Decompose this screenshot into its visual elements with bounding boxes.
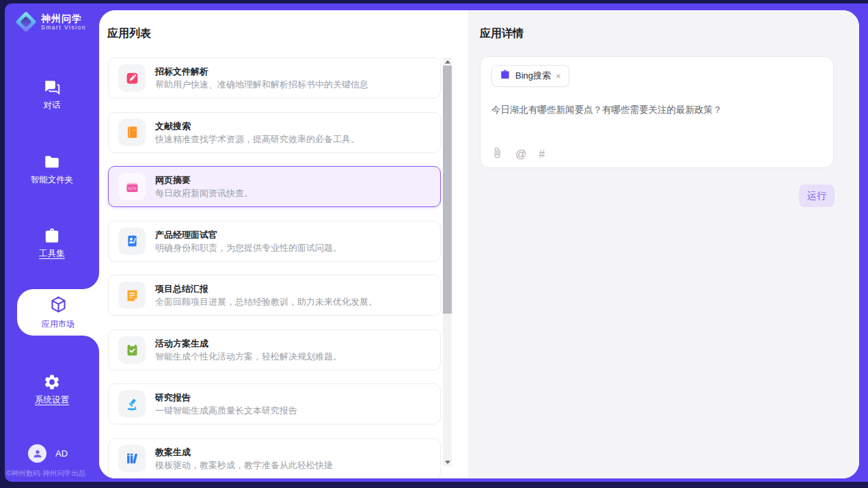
app-card-description: 每日政府新闻资讯快查。 [155, 188, 253, 198]
tool-tag-bing-search[interactable]: Bing搜索 × [491, 65, 569, 87]
app-list-scrollbar[interactable] [443, 57, 452, 466]
sidebar-item-app-market[interactable]: 应用市场 [17, 289, 99, 336]
app-list-pane: 应用列表 招标文件解析 帮助用户快速、准确地理解和解析招标书中的关键信息 [99, 10, 468, 478]
app-card-description: 全面回顾项目进展，总结经验教训，助力未来优化发展。 [155, 297, 377, 307]
app-card-title: 活动方案生成 [155, 338, 342, 349]
app-card-research-report[interactable]: 研究报告 一键智能生成高质量长文本研究报告 [108, 383, 441, 424]
brand-subtitle: Smart Vision [41, 24, 86, 31]
interviewer-icon [118, 228, 146, 255]
webpage-code-icon: </> [118, 173, 146, 200]
copyright-footer: ©神州数码·神州问学出品 [6, 469, 99, 478]
app-card-tender-analysis[interactable]: 招标文件解析 帮助用户快速、准确地理解和解析招标书中的关键信息 [108, 57, 441, 98]
sidebar-item-label: 智能文件夹 [31, 174, 74, 186]
query-card: Bing搜索 × 今日湖北有哪些新闻要点？有哪些需要关注的最新政策？ @ # [480, 56, 834, 168]
app-card-title: 研究报告 [155, 392, 297, 403]
at-icon[interactable]: @ [515, 148, 526, 161]
paperclip-icon[interactable] [491, 147, 503, 161]
sidebar: 神州问学 Smart Vision 对话 智能文件夹 [5, 3, 99, 482]
book-icon [118, 119, 146, 146]
sidebar-item-label: 对话 [44, 100, 61, 111]
app-detail-pane: 应用详情 Bing搜索 × 今日湖北有哪些新闻要点？有哪些需要关注的最新政策？ [468, 10, 859, 478]
app-card-webpage-summary[interactable]: </> 网页摘要 每日政府新闻资讯快查。 [108, 166, 441, 207]
user-initials: AD [55, 448, 68, 459]
sidebar-item-label: 应用市场 [42, 318, 74, 330]
run-button[interactable]: 运行 [799, 185, 835, 207]
app-detail-title: 应用详情 [480, 27, 524, 41]
sidebar-item-smart-folder[interactable]: 智能文件夹 [5, 153, 99, 186]
svg-text:</>: </> [128, 186, 136, 191]
tool-tag-label: Bing搜索 [515, 70, 551, 82]
hash-icon[interactable]: # [539, 148, 545, 161]
app-card-description: 一键智能生成高质量长文本研究报告 [155, 405, 297, 416]
app-card-title: 文献搜索 [155, 121, 360, 131]
app-card-title: 招标文件解析 [155, 66, 368, 77]
app-card-description: 智能生成个性化活动方案，轻松解决规划难题。 [155, 351, 342, 362]
app-card-title: 网页摘要 [155, 175, 253, 185]
memo-icon [118, 282, 146, 309]
briefcase-icon [500, 69, 511, 83]
app-list-title: 应用列表 [107, 27, 151, 41]
app-background: 神州问学 Smart Vision 对话 智能文件夹 [5, 3, 868, 482]
chat-icon [43, 79, 61, 96]
briefcase-icon [43, 227, 61, 245]
app-card-title: 产品经理面试官 [155, 230, 342, 240]
folder-icon [43, 153, 61, 171]
app-card-project-summary[interactable]: 项目总结汇报 全面回顾项目进展，总结经验教训，助力未来优化发展。 [108, 275, 441, 316]
app-card-description: 快速精准查找学术资源，提高研究效率的必备工具。 [155, 134, 360, 144]
sidebar-item-label: 工具集 [39, 248, 65, 260]
app-card-title: 项目总结汇报 [155, 284, 377, 294]
brand-name: 神州问学 [41, 13, 86, 24]
scroll-up-arrow[interactable] [443, 57, 452, 66]
app-card-lesson-plan[interactable]: 教案生成 模板驱动，教案秒成，教学准备从此轻松快捷 [108, 438, 441, 479]
clipboard-check-icon [118, 336, 146, 364]
app-card-pm-interviewer[interactable]: 产品经理面试官 明确身份和职责，为您提供专业性的面试问题。 [108, 221, 441, 262]
avatar [28, 444, 46, 463]
active-notch-bottom [83, 336, 99, 352]
brand-logo: 神州问学 Smart Vision [16, 12, 86, 32]
app-card-title: 教案生成 [155, 447, 333, 457]
active-notch-top [83, 273, 99, 289]
app-card-event-plan[interactable]: 活动方案生成 智能生成个性化活动方案，轻松解决规划难题。 [108, 329, 441, 370]
input-toolbar: @ # [491, 147, 545, 161]
app-card-list: 招标文件解析 帮助用户快速、准确地理解和解析招标书中的关键信息 文献搜索 快速精… [108, 57, 441, 478]
brand-logo-icon [16, 12, 36, 32]
books-icon [118, 445, 146, 472]
app-card-literature-search[interactable]: 文献搜索 快速精准查找学术资源，提高研究效率的必备工具。 [108, 112, 441, 153]
app-window: 神州问学 Smart Vision 对话 智能文件夹 [0, 0, 868, 488]
user-account[interactable]: AD [28, 444, 68, 463]
gear-icon [43, 373, 61, 391]
sidebar-item-label: 系统设置 [35, 394, 69, 406]
sidebar-item-chat[interactable]: 对话 [5, 79, 99, 111]
app-card-description: 明确身份和职责，为您提供专业性的面试问题。 [155, 243, 342, 253]
cube-icon [49, 295, 68, 316]
scroll-down-arrow[interactable] [443, 458, 452, 466]
sidebar-item-settings[interactable]: 系统设置 [5, 373, 99, 406]
app-card-description: 模板驱动，教案秒成，教学准备从此轻松快捷 [155, 460, 333, 470]
sidebar-item-toolset[interactable]: 工具集 [5, 227, 99, 260]
app-card-description: 帮助用户快速、准确地理解和解析招标书中的关键信息 [155, 79, 368, 90]
microscope-icon [118, 390, 146, 418]
scrollbar-thumb[interactable] [443, 66, 452, 314]
query-input[interactable]: 今日湖北有哪些新闻要点？有哪些需要关注的最新政策？ [491, 103, 822, 116]
main-panel: 应用列表 招标文件解析 帮助用户快速、准确地理解和解析招标书中的关键信息 [99, 10, 859, 478]
tag-close-icon[interactable]: × [556, 72, 561, 81]
edit-document-icon [118, 64, 146, 92]
